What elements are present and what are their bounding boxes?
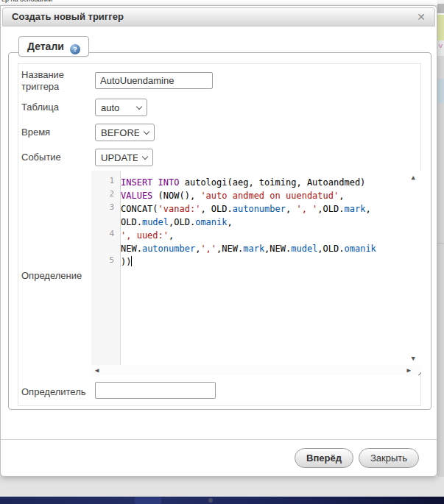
definition-label: Определение bbox=[21, 270, 92, 282]
scroll-left-icon[interactable]: ◀ bbox=[95, 366, 99, 374]
code-line: 5)) bbox=[91, 254, 411, 267]
text-cursor bbox=[131, 256, 132, 266]
editor-horizontal-scrollbar[interactable]: ◀ ▶ bbox=[91, 365, 421, 375]
bg-band bbox=[437, 56, 444, 79]
code-text: CONCAT('vanad:', OLD.autonumber, ', ',OL… bbox=[121, 204, 371, 214]
close-icon[interactable]: ✕ bbox=[414, 10, 429, 25]
trigger-name-input[interactable] bbox=[95, 72, 213, 89]
table-select[interactable]: auto bbox=[95, 99, 147, 116]
close-button[interactable]: Закрыть bbox=[359, 448, 419, 468]
code-editor-lines[interactable]: 1INSERT INTO autologi(aeg, toiming, Auto… bbox=[91, 174, 411, 267]
dialog-title-bar[interactable]: Создать новый триггер ✕ bbox=[2, 7, 435, 26]
bg-band-green bbox=[437, 15, 444, 40]
bg-band bbox=[437, 4, 444, 13]
scroll-up-icon[interactable]: ▲ bbox=[412, 174, 415, 181]
background-page-right-fragment: V bbox=[437, 0, 444, 497]
taskbar-button[interactable] bbox=[135, 497, 161, 504]
code-line: 1INSERT INTO autologi(aeg, toiming, Auto… bbox=[91, 174, 411, 188]
code-text: ', uued:', bbox=[121, 230, 174, 241]
line-number: 5 bbox=[91, 254, 121, 267]
background-page-top-fragment: ер на основании bbox=[0, 0, 437, 5]
code-text: INSERT INTO autologi(aeg, toiming, Autoa… bbox=[121, 177, 365, 188]
bg-band-link-fragment: V bbox=[437, 40, 444, 56]
code-line: 3CONCAT('vanad:', OLD.autonumber, ', ',O… bbox=[91, 201, 411, 214]
code-text: )) bbox=[121, 257, 132, 267]
footer-divider bbox=[1, 439, 437, 440]
help-icon[interactable]: ? bbox=[70, 44, 80, 54]
code-line: OLD.mudel,OLD.omanik, bbox=[91, 214, 411, 227]
bg-hairline bbox=[437, 243, 444, 244]
code-line: 2VALUES (NOW(), 'auto andmed on uuendatu… bbox=[91, 188, 411, 201]
scroll-right-icon[interactable]: ▶ bbox=[407, 366, 411, 374]
dialog-title: Создать новый триггер bbox=[12, 8, 124, 26]
line-number: 4 bbox=[91, 227, 121, 241]
bg-band-blue bbox=[437, 79, 444, 103]
time-select[interactable]: BEFORE bbox=[95, 124, 155, 141]
details-legend-label: Детали bbox=[27, 40, 64, 52]
definition-editor[interactable]: 1INSERT INTO autologi(aeg, toiming, Auto… bbox=[91, 171, 421, 375]
code-text: OLD.mudel,OLD.omanik, bbox=[121, 217, 233, 227]
code-line: 4', uued:', bbox=[91, 227, 411, 241]
event-label: Событие bbox=[21, 152, 92, 163]
code-line: NEW.autonumber,',',NEW.mark,NEW.mudel,OL… bbox=[91, 241, 411, 254]
taskbar-icon[interactable] bbox=[208, 498, 213, 503]
clipped-heading-text: ер на основании bbox=[1, 0, 437, 3]
trigger-name-label: Название триггера bbox=[21, 69, 92, 92]
line-number: 3 bbox=[91, 201, 121, 214]
dialog-button-pane: Вперёд Закрыть bbox=[295, 448, 419, 468]
taskbar bbox=[0, 497, 444, 504]
form-area: Название триггера Таблица auto Время BEF… bbox=[18, 63, 421, 406]
event-select[interactable]: UPDATE bbox=[95, 149, 153, 166]
line-number: 1 bbox=[91, 174, 121, 188]
overlay-area bbox=[0, 477, 444, 497]
definer-input[interactable] bbox=[95, 382, 216, 399]
definer-label: Определитель bbox=[21, 386, 92, 398]
time-label: Время bbox=[21, 127, 92, 138]
details-legend: Детали? bbox=[18, 36, 89, 57]
code-text: VALUES (NOW(), 'auto andmed on uuendatud… bbox=[121, 191, 344, 201]
code-text: NEW.autonumber,',',NEW.mark,NEW.mudel,OL… bbox=[121, 244, 376, 254]
go-button[interactable]: Вперёд bbox=[295, 448, 353, 468]
create-trigger-dialog: Создать новый триггер ✕ Детали? Название… bbox=[0, 5, 437, 477]
table-label: Таблица bbox=[21, 102, 92, 113]
line-number: 2 bbox=[91, 188, 121, 201]
scroll-down-icon[interactable]: ▼ bbox=[412, 355, 415, 362]
